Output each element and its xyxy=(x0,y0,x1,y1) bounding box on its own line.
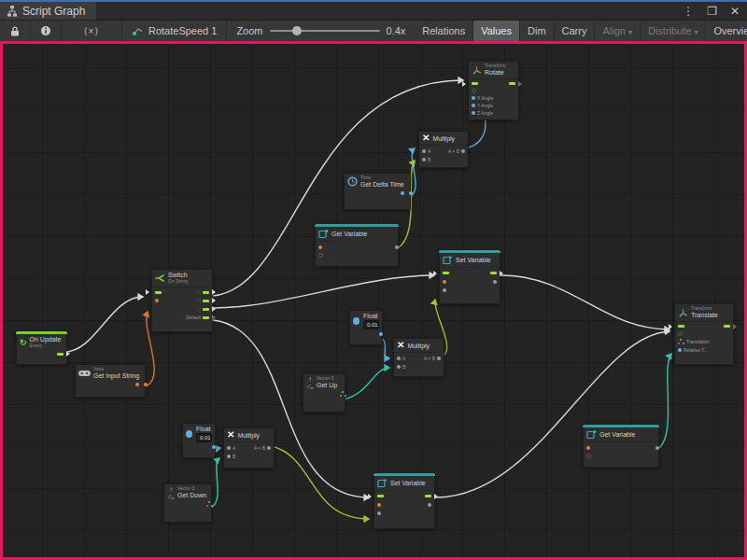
zoom-slider-handle[interactable] xyxy=(292,26,302,35)
control-in-port[interactable] xyxy=(678,325,684,328)
name-in-port[interactable] xyxy=(377,503,381,507)
code-glyph: ⟨×⟩ xyxy=(84,26,100,36)
case-out-port[interactable] xyxy=(203,308,209,311)
string-literal-dot[interactable] xyxy=(135,383,139,386)
float-value-field[interactable]: 0.01 xyxy=(196,433,212,442)
b-in-port[interactable] xyxy=(397,365,401,369)
value-out-port[interactable] xyxy=(428,503,431,507)
node-float-2[interactable]: Float 0.01 xyxy=(182,423,216,458)
control-out-port[interactable] xyxy=(490,272,497,274)
control-in-port[interactable] xyxy=(377,495,384,497)
values-toggle[interactable]: Values xyxy=(473,21,520,41)
fallback-port[interactable] xyxy=(318,253,323,258)
y-angle-port[interactable] xyxy=(472,104,475,107)
code-preview-button[interactable]: ⟨×⟩ xyxy=(62,21,122,41)
selector-in-port[interactable] xyxy=(155,299,159,302)
default-out-port[interactable] xyxy=(203,316,209,319)
node-get-variable-2[interactable]: Get Variable xyxy=(583,425,659,468)
vector3-out-port[interactable] xyxy=(340,391,346,397)
node-switch-on-string[interactable]: Switch On String ".." ".." ".." Default xyxy=(151,269,213,332)
node-multiply-3[interactable]: ✕ Multiply A A × B B xyxy=(223,427,275,469)
value-out-port[interactable] xyxy=(395,245,399,249)
lock-button[interactable] xyxy=(0,21,31,41)
translation-in-port[interactable] xyxy=(678,339,684,344)
control-out-port[interactable] xyxy=(57,353,63,356)
value-dot[interactable] xyxy=(401,191,404,195)
case-out-port[interactable] xyxy=(203,300,209,302)
target-port[interactable] xyxy=(678,331,683,336)
wire-getup-to-multiply2[interactable] xyxy=(343,368,389,399)
dim-toggle[interactable]: Dim xyxy=(520,21,555,41)
wire-setvariable1-to-translate[interactable] xyxy=(500,275,669,329)
target-port[interactable] xyxy=(472,89,476,93)
name-in-port[interactable] xyxy=(443,280,446,284)
node-set-variable-2[interactable]: Set Variable xyxy=(374,473,435,529)
node-float-1[interactable]: Float 0.01 xyxy=(349,310,383,345)
node-rotate[interactable]: Transform Rotate X Angle Y Angle Z Angle xyxy=(468,61,519,120)
control-in-port[interactable] xyxy=(443,272,449,274)
overview-button[interactable]: Overview xyxy=(706,21,747,41)
value-out-port[interactable] xyxy=(493,280,497,284)
graph-canvas[interactable]: ↻ On Update Event Input Get Input String xyxy=(0,41,747,560)
control-out-port[interactable] xyxy=(724,325,730,328)
branch-icon xyxy=(155,273,165,283)
x-angle-port[interactable] xyxy=(472,96,475,100)
graph-breadcrumb[interactable]: RotateSpeed 1 xyxy=(122,21,227,41)
wire-onupdate-to-switch[interactable] xyxy=(64,297,143,352)
node-get-input-string[interactable]: Input Get Input String xyxy=(75,364,146,398)
node-vector3-get-up[interactable]: ↑ Vector 3 Get Up xyxy=(303,373,345,413)
value-in-port[interactable] xyxy=(377,511,381,515)
product-out-port[interactable] xyxy=(437,357,441,360)
name-in-port[interactable] xyxy=(318,245,322,249)
align-dropdown[interactable]: Align▾ xyxy=(595,21,640,41)
tab-script-graph[interactable]: Script Graph xyxy=(0,2,96,20)
node-on-update[interactable]: ↻ On Update Event xyxy=(16,331,67,365)
node-vector3-get-down[interactable]: ↑ Vector 3 Get Down xyxy=(163,483,212,523)
a-in-port[interactable] xyxy=(227,446,231,450)
node-translate[interactable]: Transform Translate Translation Relative… xyxy=(674,303,734,365)
control-out-port[interactable] xyxy=(425,495,431,497)
control-in-port[interactable] xyxy=(472,82,478,85)
product-out-port[interactable] xyxy=(461,149,465,153)
maximize-icon[interactable]: ❐ xyxy=(707,5,717,18)
control-out-port[interactable] xyxy=(509,82,515,85)
control-out-arrow xyxy=(733,324,740,329)
b-in-port[interactable] xyxy=(227,455,231,458)
node-get-delta-time[interactable]: Time Get Delta Time xyxy=(344,173,411,210)
value-out-port[interactable] xyxy=(655,446,659,450)
wire-multiply3-to-setvariable2[interactable] xyxy=(272,446,369,519)
float-out-port[interactable] xyxy=(379,332,383,336)
wire-setvariable2-to-translate[interactable] xyxy=(435,331,669,497)
carry-toggle[interactable]: Carry xyxy=(555,21,596,41)
node-get-variable-1[interactable]: Get Variable xyxy=(315,224,399,267)
case-out-port[interactable] xyxy=(203,291,209,294)
relations-toggle[interactable]: Relations xyxy=(415,21,473,41)
name-in-port[interactable] xyxy=(586,446,590,450)
node-multiply-2[interactable]: ✕ Multiply A A × B B xyxy=(393,338,444,377)
control-in-arrow xyxy=(462,81,469,87)
control-in-port[interactable] xyxy=(155,291,162,294)
relative-in-port[interactable] xyxy=(678,348,682,352)
float-out-port[interactable] xyxy=(212,445,216,449)
tab-bar: Script Graph ⋮ ❐ ✕ xyxy=(0,0,747,20)
zoom-slider[interactable] xyxy=(270,30,380,32)
vector3-out-port[interactable] xyxy=(206,501,213,507)
float-value-field[interactable]: 0.01 xyxy=(363,320,379,329)
toolbar-toggles: Relations Values Dim Carry Align▾ Distri… xyxy=(415,21,747,41)
distribute-dropdown[interactable]: Distribute▾ xyxy=(641,21,706,41)
node-multiply-1[interactable]: ✕ Multiply A A × B B xyxy=(418,131,469,168)
b-in-port[interactable] xyxy=(422,158,426,161)
fallback-port[interactable] xyxy=(586,454,591,458)
info-button[interactable] xyxy=(31,21,62,41)
a-in-port[interactable] xyxy=(397,357,401,360)
a-in-port[interactable] xyxy=(422,149,426,153)
node-set-variable-1[interactable]: Set Variable xyxy=(439,250,500,304)
product-out-port[interactable] xyxy=(267,446,271,450)
close-icon[interactable]: ✕ xyxy=(730,5,740,18)
port-label: A × B xyxy=(424,356,435,361)
zoom-value: 0.4x xyxy=(387,25,406,36)
window-menu-icon[interactable]: ⋮ xyxy=(683,5,694,18)
z-angle-port[interactable] xyxy=(472,111,475,115)
control-in-arrow xyxy=(146,289,152,295)
value-in-port[interactable] xyxy=(443,288,446,292)
